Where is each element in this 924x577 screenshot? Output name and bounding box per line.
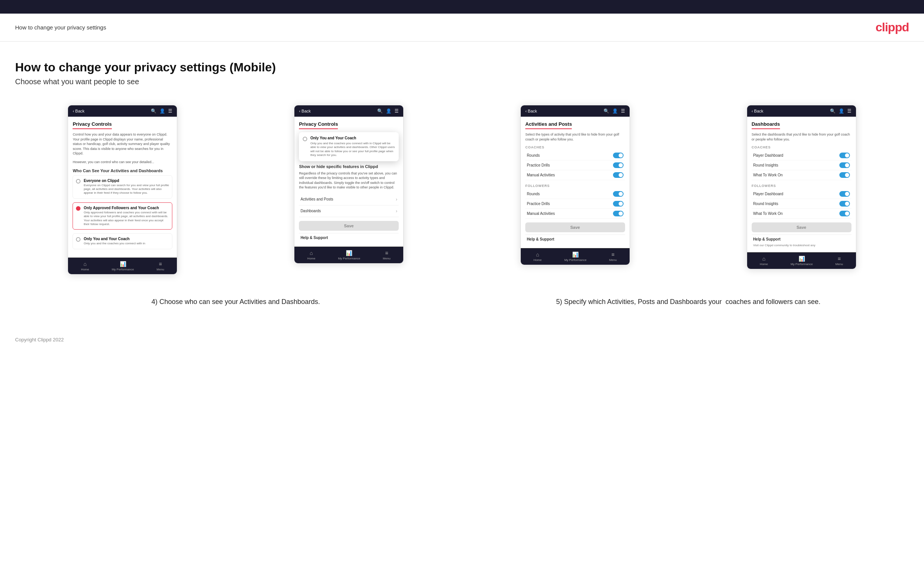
followers-manual-label: Manual Activities [527, 211, 555, 216]
section-title-1: Privacy Controls [73, 121, 111, 129]
coaches-player-toggle[interactable] [839, 153, 850, 158]
popup-content: Only You and Your Coach Only you and the… [310, 136, 395, 158]
radio-coach-only[interactable] [76, 237, 81, 242]
option-coach-text: Only You and Your Coach Only you and the… [84, 237, 145, 245]
coaches-drills-toggle[interactable] [613, 162, 624, 168]
nav-performance-3[interactable]: 📊 My Performance [564, 251, 586, 262]
nav-menu-1[interactable]: ≡ Menu [157, 261, 164, 271]
nav-home-4[interactable]: ⌂ Home [760, 256, 768, 266]
coaches-rounds-label: Rounds [527, 153, 540, 158]
search-icon-3[interactable]: 🔍 [604, 108, 609, 114]
profile-icon-2[interactable]: 👤 [386, 108, 391, 114]
home-label-3: Home [534, 258, 541, 262]
popup-radio-circle [303, 137, 307, 141]
nav-home-2[interactable]: ⌂ Home [307, 250, 315, 260]
coaches-manual-toggle[interactable] [613, 172, 624, 178]
nav-performance-2[interactable]: 📊 My Performance [338, 250, 360, 260]
home-icon-2: ⌂ [310, 250, 313, 256]
search-icon-4[interactable]: 🔍 [830, 108, 835, 114]
nav-performance-4[interactable]: 📊 My Performance [791, 256, 813, 266]
save-button-3[interactable]: Save [525, 222, 625, 232]
main-content: How to change your privacy settings (Mob… [0, 42, 924, 329]
followers-rounds-toggle[interactable] [613, 191, 624, 197]
coaches-work-on-toggle[interactable] [839, 172, 850, 178]
more-icon-2[interactable]: ☰ [394, 108, 399, 114]
more-icon[interactable]: ☰ [168, 108, 172, 114]
menu-icon-3: ≡ [611, 251, 614, 258]
home-label-2: Home [307, 257, 315, 260]
coaches-rounds-toggle[interactable] [613, 153, 624, 158]
caption-1: 4) Choose who can see your Activities an… [148, 297, 324, 306]
mockup-body-4: Dashboards Select the dashboards that yo… [747, 117, 856, 252]
dashboards-menu[interactable]: Dashboards › [299, 205, 399, 217]
followers-manual-toggle[interactable] [613, 211, 624, 216]
option-coach-only[interactable]: Only You and Your Coach Only you and the… [73, 234, 172, 249]
mobile-mockup-4: ‹ Back 🔍 👤 ☰ Dashboards Select the dashb… [747, 105, 856, 269]
back-button-1[interactable]: ‹ Back [73, 109, 84, 113]
performance-icon-3: 📊 [572, 251, 578, 258]
coaches-round-insights-label: Round Insights [753, 163, 779, 167]
search-icon[interactable]: 🔍 [151, 108, 157, 114]
body-text-1: Control how you and your data appears to… [73, 132, 172, 156]
profile-icon[interactable]: 👤 [160, 108, 165, 114]
coaches-work-on-label: What To Work On [753, 173, 783, 177]
menu-label-2: Menu [383, 257, 390, 260]
coaches-round-insights-toggle[interactable] [839, 162, 850, 168]
back-button-4[interactable]: ‹ Back [752, 109, 763, 113]
caption-area-2: 5) Specify which Activities, Posts and D… [468, 290, 909, 306]
popup-title: Only You and Your Coach [310, 136, 395, 140]
home-icon-4: ⌂ [762, 256, 765, 262]
coaches-drills-label: Practice Drills [527, 163, 550, 167]
save-button-4[interactable]: Save [752, 222, 851, 232]
menu-icon-2: ≡ [385, 250, 388, 256]
nav-menu-4[interactable]: ≡ Menu [835, 256, 843, 266]
mockup-nav-3: ‹ Back 🔍 👤 ☰ [521, 105, 630, 117]
profile-icon-4[interactable]: 👤 [838, 108, 844, 114]
option-everyone[interactable]: Everyone on Clippd Everyone on Clippd ca… [73, 175, 172, 198]
followers-work-on-toggle[interactable] [839, 211, 850, 216]
home-label-4: Home [760, 263, 768, 266]
nav-performance-1[interactable]: 📊 My Performance [112, 261, 134, 271]
back-button-3[interactable]: ‹ Back [525, 109, 537, 113]
followers-player-toggle[interactable] [839, 191, 850, 197]
menu-label-1: Menu [157, 268, 164, 271]
menu-icon-4: ≡ [838, 256, 841, 262]
activities-posts-menu[interactable]: Activities and Posts › [299, 194, 399, 205]
menu-icon-1: ≡ [159, 261, 162, 267]
performance-label-2: My Performance [338, 257, 360, 260]
followers-work-on-row: What To Work On [752, 209, 851, 219]
more-icon-3[interactable]: ☰ [621, 108, 625, 114]
mobile-mockup-1: ‹ Back 🔍 👤 ☰ Privacy Controls Control ho… [68, 105, 177, 274]
nav-menu-2[interactable]: ≡ Menu [383, 250, 390, 260]
option-followers[interactable]: Only Approved Followers and Your Coach O… [73, 202, 172, 230]
followers-drills-toggle[interactable] [613, 201, 624, 206]
more-icon-4[interactable]: ☰ [847, 108, 851, 114]
followers-drills-row: Practice Drills [525, 199, 625, 209]
save-button-2[interactable]: Save [299, 221, 399, 231]
search-icon-2[interactable]: 🔍 [377, 108, 383, 114]
followers-header-4: FOLLOWERS [752, 184, 851, 188]
bottom-nav-3: ⌂ Home 📊 My Performance ≡ Menu [521, 248, 630, 265]
nav-icons-3: 🔍 👤 ☰ [604, 108, 625, 114]
radio-everyone[interactable] [76, 179, 81, 184]
nav-menu-3[interactable]: ≡ Menu [609, 251, 617, 262]
page-title: How to change your privacy settings (Mob… [15, 60, 909, 74]
home-icon-3: ⌂ [536, 251, 539, 258]
performance-label-1: My Performance [112, 268, 134, 271]
nav-home-3[interactable]: ⌂ Home [534, 251, 541, 262]
section-title-3: Activities and Posts [525, 121, 572, 129]
screenshot-col-3: ‹ Back 🔍 👤 ☰ Activities and Posts Select… [468, 105, 683, 274]
followers-round-insights-toggle[interactable] [839, 201, 850, 206]
back-button-2[interactable]: ‹ Back [299, 109, 311, 113]
radio-followers[interactable] [76, 206, 81, 211]
nav-home-1[interactable]: ⌂ Home [81, 261, 89, 271]
coaches-player-label: Player Dashboard [753, 153, 783, 158]
followers-player-label: Player Dashboard [753, 192, 783, 196]
captions-grid: 4) Choose who can see your Activities an… [15, 290, 909, 306]
home-icon-1: ⌂ [84, 261, 87, 267]
popup-box: Only You and Your Coach Only you and the… [299, 132, 399, 161]
profile-icon-3[interactable]: 👤 [612, 108, 618, 114]
mockup-nav-1: ‹ Back 🔍 👤 ☰ [68, 105, 177, 117]
screenshot-col-4: ‹ Back 🔍 👤 ☰ Dashboards Select the dashb… [694, 105, 909, 274]
followers-drills-label: Practice Drills [527, 201, 550, 206]
